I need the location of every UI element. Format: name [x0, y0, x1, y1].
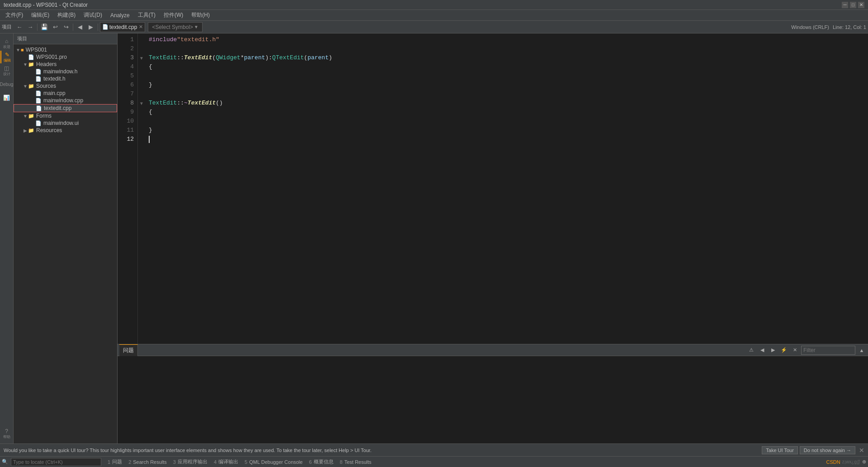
bottom-tab-issues-label: 问题	[123, 347, 134, 354]
ln-3: 3	[118, 53, 134, 62]
mode-profile[interactable]: 📊	[0, 91, 13, 104]
code-line-11: }	[149, 126, 864, 135]
fold-5	[138, 71, 145, 81]
toolbar-redo-btn[interactable]: ↪	[61, 22, 71, 32]
taskbar-right: CSDN z¡wx¿g∬ ⊕	[826, 459, 866, 465]
taskbar-tab-5[interactable]: 5 QML Debugger Console	[242, 457, 305, 467]
select-symbol-arrow: ▼	[194, 24, 198, 29]
text-cursor	[149, 136, 150, 143]
menu-widgets[interactable]: 控件(W)	[160, 10, 187, 20]
toolbar-separator2	[73, 24, 73, 31]
code-scope: ::	[177, 53, 184, 62]
taskbar-tab-8[interactable]: 8 Test Results	[337, 457, 374, 467]
toolbar-undo-btn[interactable]: ↩	[50, 22, 60, 32]
ln-4: 4	[118, 62, 134, 71]
menu-debug[interactable]: 调试(D)	[80, 10, 106, 20]
filter-next-btn[interactable]: ▶	[769, 346, 778, 355]
sources-folder-icon: 📁	[28, 83, 34, 89]
fold-3[interactable]: ▼	[138, 53, 145, 62]
code-editor[interactable]: #include "textedit.h" TextEdit::TextEdit…	[145, 33, 868, 344]
code-line-3: TextEdit::TextEdit(QWidget *parent):QTex…	[149, 53, 864, 62]
code-cls1: TextEdit	[149, 53, 177, 62]
locate-icon: 🔍	[2, 459, 8, 465]
toolbar-prev-btn[interactable]: ◀	[75, 22, 85, 32]
title-bar-text: textedit.cpp - WPS001 - Qt Creator	[4, 2, 88, 8]
tree-item-textedit-h[interactable]: ▶ 📄 textedit.h	[14, 75, 117, 82]
mode-welcome[interactable]: ⌂ 欢迎	[0, 37, 13, 50]
code-constructor: TextEdit	[184, 53, 212, 62]
close-button[interactable]: ✕	[858, 2, 864, 8]
taskbar-tab-6[interactable]: 6 概要信息	[306, 457, 336, 467]
edit-icon: ✎	[5, 52, 9, 58]
bottom-panel: 问题 ⚠ ◀ ▶ ⚡ ✕ ▲	[118, 344, 868, 443]
tree-item-wps001pro[interactable]: ▶ 📄 WPS001.pro	[14, 53, 117, 61]
taskbar-tab-1[interactable]: 1 问题	[105, 457, 125, 467]
filter-input[interactable]	[801, 346, 855, 355]
menu-analyze[interactable]: Analyze	[107, 11, 133, 19]
filter-prev-btn[interactable]: ◀	[758, 346, 767, 355]
take-ui-tour-btn[interactable]: Take UI Tour	[762, 446, 798, 454]
tree-item-forms[interactable]: ▼ 📁 Forms	[14, 112, 117, 119]
notification-close-btn[interactable]: ✕	[859, 447, 864, 454]
toolbar-next-btn[interactable]: ▶	[86, 22, 96, 32]
code-container[interactable]: 1 2 3 4 5 6 7 8 9 10 11 12 ▼	[118, 33, 868, 344]
taskbar-tab-3[interactable]: 3 应用程序输出	[170, 457, 210, 467]
menu-help[interactable]: 帮助(H)	[188, 10, 213, 20]
toolbar-back-btn[interactable]: ←	[14, 22, 24, 32]
menu-build[interactable]: 构建(B)	[54, 10, 79, 20]
taskbar-tab-4-label: 编译输出	[218, 458, 238, 465]
mode-help[interactable]: ? 帮助	[0, 427, 13, 440]
bottom-tab-issues[interactable]: 问题	[119, 344, 138, 356]
menu-tools[interactable]: 工具(T)	[134, 10, 159, 20]
tree-item-mainwindowui[interactable]: ▶ 📄 mainwindow.ui	[14, 119, 117, 127]
tree-item-maincpp[interactable]: ▶ 📄 main.cpp	[14, 90, 117, 97]
no-tour-btn[interactable]: Do not show again →	[800, 446, 855, 454]
mode-debug[interactable]: Debug	[0, 78, 13, 91]
filter-clear-btn[interactable]: ✕	[790, 346, 799, 355]
menu-file[interactable]: 文件(F)	[2, 10, 27, 20]
tree-item-mainwindowh[interactable]: ▶ 📄 mainwindow.h	[14, 68, 117, 75]
filter-toggle-btn[interactable]: ⚡	[779, 346, 788, 355]
code-line-6: }	[149, 81, 864, 90]
code-include-str: "textedit.h"	[177, 35, 219, 44]
profile-icon: 📊	[3, 95, 10, 101]
tree-item-mainwindowcpp[interactable]: ▶ 📄 mainwindow.cpp	[14, 97, 117, 104]
menu-edit[interactable]: 编辑(E)	[28, 10, 53, 20]
maximize-button[interactable]: □	[850, 2, 856, 8]
locate-input[interactable]	[11, 458, 101, 466]
fold-8[interactable]: ▼	[138, 99, 145, 108]
mode-design[interactable]: ◫ 设计	[0, 64, 13, 77]
file-tree: ▼ ■ WPS001 ▶ 📄 WPS001.pro ▼ 📁 Headers ▶ …	[14, 44, 117, 443]
code-line-2	[149, 44, 864, 53]
ln-1: 1	[118, 35, 134, 44]
taskbar-tab-4[interactable]: 4 编译输出	[211, 457, 241, 467]
select-symbol[interactable]: <Select Symbol> ▼	[148, 22, 203, 32]
toolbar-forward-btn[interactable]: →	[25, 22, 35, 32]
tree-label-wps001: WPS001	[26, 47, 47, 53]
taskbar-csdn-logo: CSDN	[826, 459, 840, 465]
tree-item-resources[interactable]: ▶ 📁 Resources	[14, 127, 117, 134]
mode-icons-bar: ⌂ 欢迎 ✎ 编辑 ◫ 设计 Debug 📊 ? 帮助	[0, 33, 14, 443]
status-line-ending: Windows (CRLF)	[791, 24, 829, 30]
mode-edit[interactable]: ✎ 编辑	[0, 51, 13, 63]
taskbar-tabs: 1 问题 2 Search Results 3 应用程序输出 4 编译输出 5 …	[105, 457, 374, 467]
tab-close-icon[interactable]: ✕	[139, 24, 143, 30]
fold-2	[138, 44, 145, 53]
resources-folder-icon: 📁	[28, 128, 34, 133]
code-line-5	[149, 71, 864, 81]
tree-item-texteditcpp[interactable]: ▶ 📄 textedit.cpp	[14, 104, 117, 112]
tree-label-resources: Resources	[36, 127, 62, 133]
tree-item-headers[interactable]: ▼ 📁 Headers	[14, 61, 117, 68]
ln-2: 2	[118, 44, 134, 53]
minimize-button[interactable]: ─	[842, 2, 848, 8]
collapse-panel-btn[interactable]: ▲	[857, 346, 866, 355]
tree-item-wps001[interactable]: ▼ ■ WPS001	[14, 46, 117, 53]
bottom-tab-actions: ⚠ ◀ ▶ ⚡ ✕ ▲	[747, 346, 866, 355]
ln-9: 9	[118, 108, 134, 117]
filter-warning-btn[interactable]: ⚠	[747, 346, 756, 355]
tree-item-sources[interactable]: ▼ 📁 Sources	[14, 82, 117, 90]
taskbar-tab-2[interactable]: 2 Search Results	[126, 457, 170, 467]
toolbar-save-btn[interactable]: 💾	[39, 22, 49, 32]
tree-arrow-sources: ▼	[23, 84, 28, 89]
tree-label-textedit-h: textedit.h	[43, 76, 66, 82]
